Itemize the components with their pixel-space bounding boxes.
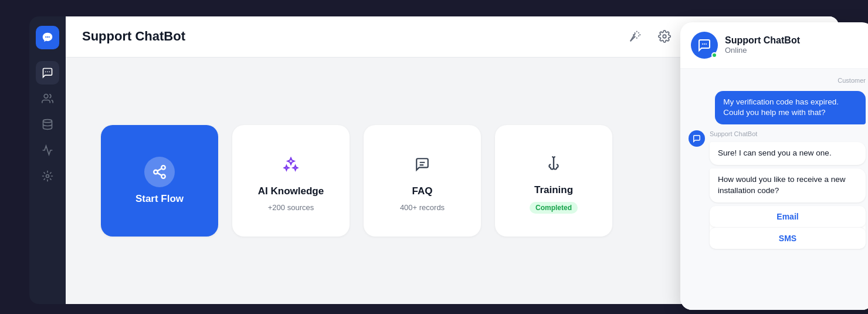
chat-action-sms[interactable]: SMS bbox=[710, 227, 866, 249]
svg-point-2 bbox=[49, 36, 50, 37]
start-flow-icon bbox=[144, 157, 175, 187]
ai-knowledge-title: AI Knowledge bbox=[258, 185, 324, 197]
settings-button[interactable] bbox=[653, 25, 676, 48]
svg-point-7 bbox=[43, 119, 52, 122]
chat-bot-name: Support ChatBot bbox=[725, 35, 800, 46]
svg-point-9 bbox=[663, 35, 666, 38]
chat-bot-status: Online bbox=[725, 46, 800, 55]
sidebar-item-users[interactable] bbox=[36, 87, 59, 110]
svg-point-1 bbox=[47, 36, 48, 37]
chat-actions-card: Email SMS bbox=[710, 206, 866, 249]
chat-action-email[interactable]: Email bbox=[710, 206, 866, 227]
chat-body: Customer My verification code has expire… bbox=[680, 69, 868, 310]
bot-message-1: Sure! I can send you a new one. bbox=[710, 142, 866, 165]
start-flow-card[interactable]: Start Flow bbox=[101, 125, 218, 237]
svg-point-16 bbox=[704, 43, 705, 45]
chat-panel: Support ChatBot Online Customer My verif… bbox=[680, 22, 868, 310]
bot-message-2: How would you like to receive a new inst… bbox=[710, 168, 866, 202]
bot-messages: Support ChatBot Sure! I can send you a n… bbox=[710, 130, 866, 249]
sidebar-item-chat[interactable] bbox=[36, 61, 59, 85]
faq-card[interactable]: FAQ 400+ records bbox=[364, 125, 481, 237]
faq-title: FAQ bbox=[412, 185, 433, 197]
user-message-1: My verification code has expired. Could … bbox=[715, 91, 866, 125]
app-logo bbox=[36, 26, 59, 49]
online-status-dot bbox=[711, 52, 717, 58]
faq-icon bbox=[407, 149, 438, 180]
training-title: Training bbox=[534, 184, 573, 196]
training-card[interactable]: Training Completed bbox=[495, 125, 612, 237]
sidebar bbox=[29, 16, 66, 304]
ai-knowledge-subtitle: +200 sources bbox=[268, 203, 314, 212]
faq-subtitle: 400+ records bbox=[400, 203, 445, 212]
start-flow-title: Start Flow bbox=[135, 193, 184, 205]
customer-label: Customer bbox=[689, 77, 866, 84]
chat-header: Support ChatBot Online bbox=[680, 22, 868, 69]
svg-line-14 bbox=[157, 168, 161, 171]
svg-point-12 bbox=[161, 174, 165, 178]
bot-message-row: Support ChatBot Sure! I can send you a n… bbox=[689, 130, 866, 249]
chat-avatar bbox=[691, 32, 718, 59]
svg-point-0 bbox=[45, 36, 46, 37]
svg-point-6 bbox=[44, 94, 48, 98]
sidebar-item-analytics[interactable] bbox=[36, 139, 59, 162]
svg-point-8 bbox=[46, 174, 49, 177]
svg-point-11 bbox=[154, 170, 158, 174]
training-icon bbox=[538, 148, 569, 178]
svg-point-17 bbox=[706, 43, 707, 45]
sidebar-item-database[interactable] bbox=[36, 113, 59, 136]
bot-mini-avatar bbox=[689, 130, 705, 147]
svg-point-5 bbox=[49, 71, 50, 72]
ai-knowledge-card[interactable]: AI Knowledge +200 sources bbox=[232, 125, 350, 237]
svg-line-13 bbox=[157, 173, 161, 175]
page-title: Support ChatBot bbox=[82, 29, 185, 44]
magic-wand-button[interactable] bbox=[624, 25, 646, 48]
svg-point-3 bbox=[47, 71, 48, 72]
training-badge: Completed bbox=[530, 202, 578, 214]
ai-knowledge-icon bbox=[276, 149, 306, 180]
svg-point-15 bbox=[702, 43, 703, 45]
svg-point-4 bbox=[45, 71, 46, 72]
svg-point-10 bbox=[161, 166, 165, 170]
chat-bot-info: Support ChatBot Online bbox=[725, 35, 800, 55]
sidebar-item-integrations[interactable] bbox=[36, 164, 59, 188]
bot-name-label: Support ChatBot bbox=[710, 130, 866, 137]
